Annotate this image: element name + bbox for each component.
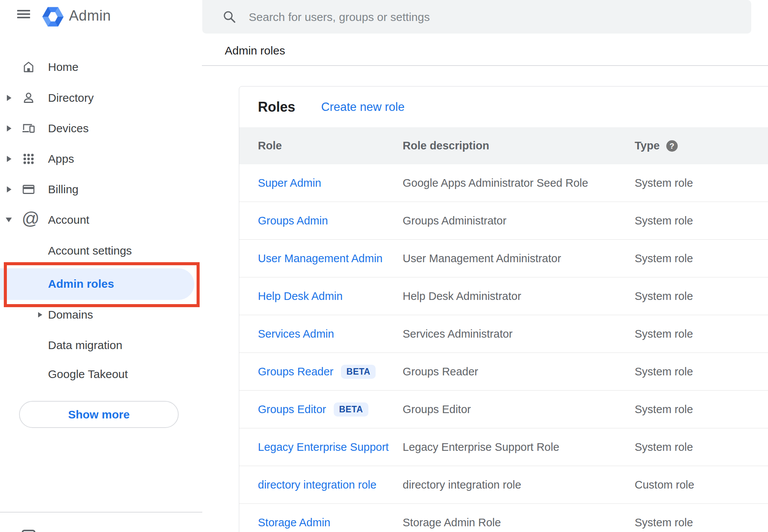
breadcrumb: Admin roles	[225, 44, 285, 57]
person-icon	[22, 91, 35, 105]
role-link[interactable]: Groups Reader	[258, 365, 333, 378]
role-link[interactable]: Storage Admin	[258, 516, 330, 529]
sidebar-item-label: Domains	[48, 308, 93, 321]
roles-panel-header: Roles Create new role	[239, 87, 768, 127]
role-description: Legacy Enterprise Support Role	[403, 441, 635, 453]
sidebar-item-label: Google Takeout	[48, 368, 128, 381]
role-link[interactable]: directory integration role	[258, 479, 376, 491]
sidebar-item-label: Billing	[48, 183, 78, 196]
expand-arrow-icon[interactable]	[38, 312, 42, 317]
sidebar-item-google-takeout[interactable]: Google Takeout	[0, 359, 202, 389]
sidebar-item-label: Admin roles	[48, 277, 114, 290]
sidebar-item-admin-roles[interactable]: Admin roles	[0, 269, 202, 299]
role-type: System role	[635, 215, 693, 227]
sidebar-item-account[interactable]: @ Account	[0, 205, 202, 235]
role-description: Google Apps Administrator Seed Role	[403, 177, 635, 189]
role-type: System role	[635, 516, 693, 529]
column-header-type: Type	[635, 139, 660, 152]
header-divider	[202, 65, 768, 66]
menu-icon[interactable]	[17, 10, 30, 18]
table-row: User Management Admin User Management Ad…	[239, 240, 768, 277]
sidebar-item-label: Devices	[48, 122, 89, 135]
at-sign-icon: @	[22, 213, 35, 227]
role-type: System role	[635, 328, 693, 340]
beta-badge: BETA	[334, 402, 368, 417]
expand-arrow-icon[interactable]	[7, 125, 11, 131]
table-row: Groups Reader BETA Groups Reader System …	[239, 353, 768, 391]
column-header-description: Role description	[403, 139, 489, 152]
expand-arrow-icon[interactable]	[7, 95, 11, 101]
role-type: Custom role	[635, 479, 694, 491]
sidebar-item-billing[interactable]: Billing	[0, 174, 202, 205]
panel-title: Roles	[258, 99, 295, 115]
devices-icon	[22, 122, 35, 135]
app-title: Admin	[69, 8, 111, 24]
table-row: Super Admin Google Apps Administrator Se…	[239, 164, 768, 202]
sidebar-item-label: Home	[48, 61, 78, 74]
sidebar-item-label: Data migration	[48, 339, 122, 352]
table-row: Storage Admin Storage Admin Role System …	[239, 504, 768, 532]
sidebar-item-label: Account settings	[48, 244, 132, 257]
role-type: System role	[635, 365, 693, 378]
sidebar-item-domains[interactable]: Domains	[0, 300, 202, 330]
search-icon	[223, 10, 236, 23]
role-type: System role	[635, 441, 693, 453]
table-row: Help Desk Admin Help Desk Administrator …	[239, 277, 768, 315]
role-description: Help Desk Administrator	[403, 290, 635, 303]
role-link[interactable]: User Management Admin	[258, 252, 382, 265]
role-link[interactable]: Help Desk Admin	[258, 290, 342, 303]
role-link[interactable]: Services Admin	[258, 328, 334, 340]
partially-visible-icon	[22, 530, 35, 532]
table-header-row: Role Role description Type ?	[239, 127, 768, 164]
help-icon[interactable]: ?	[666, 140, 678, 152]
expand-arrow-icon[interactable]	[7, 186, 11, 192]
create-new-role-link[interactable]: Create new role	[321, 100, 405, 114]
table-row: Groups Admin Groups Administrator System…	[239, 202, 768, 240]
role-description: Groups Reader	[403, 365, 635, 378]
beta-badge: BETA	[341, 365, 376, 379]
sidebar-item-directory[interactable]: Directory	[0, 83, 202, 113]
sidebar-item-devices[interactable]: Devices	[0, 113, 202, 144]
sidebar-item-apps[interactable]: Apps	[0, 144, 202, 174]
google-admin-logo-icon	[42, 5, 64, 30]
table-row: Legacy Enterprise Support Legacy Enterpr…	[239, 428, 768, 466]
sidebar-bottom-divider	[0, 512, 202, 513]
role-description: Services Administrator	[403, 328, 635, 340]
table-row: directory integration role directory int…	[239, 466, 768, 504]
role-type: System role	[635, 403, 693, 416]
credit-card-icon	[22, 183, 35, 196]
role-link[interactable]: Legacy Enterprise Support	[258, 441, 389, 453]
role-description: Groups Administrator	[403, 215, 635, 227]
sidebar-item-label: Directory	[48, 91, 94, 104]
expand-arrow-icon[interactable]	[7, 156, 11, 162]
sidebar-item-account-settings[interactable]: Account settings	[0, 236, 202, 266]
role-link[interactable]: Groups Admin	[258, 215, 328, 227]
collapse-arrow-icon[interactable]	[6, 218, 12, 222]
role-description: User Management Administrator	[403, 252, 635, 265]
home-icon	[22, 60, 35, 74]
sidebar-item-home[interactable]: Home	[0, 52, 202, 82]
column-header-role: Role	[258, 139, 282, 152]
role-type: System role	[635, 290, 693, 303]
sidebar-item-label: Account	[48, 213, 89, 226]
role-link[interactable]: Groups Editor	[258, 403, 326, 416]
apps-grid-icon	[22, 152, 35, 166]
search-bar[interactable]	[202, 0, 751, 34]
show-more-button[interactable]: Show more	[19, 401, 179, 428]
role-link[interactable]: Super Admin	[258, 177, 321, 189]
table-row: Services Admin Services Administrator Sy…	[239, 315, 768, 353]
sidebar-item-data-migration[interactable]: Data migration	[0, 330, 202, 361]
role-description: Groups Editor	[403, 403, 635, 416]
role-description: directory integration role	[403, 479, 635, 491]
role-description: Storage Admin Role	[403, 516, 635, 529]
search-input[interactable]	[248, 0, 737, 34]
sidebar-item-label: Apps	[48, 152, 74, 165]
role-type: System role	[635, 177, 693, 189]
role-type: System role	[635, 252, 693, 265]
table-row: Groups Editor BETA Groups Editor System …	[239, 391, 768, 428]
roles-panel: Roles Create new role Role Role descript…	[239, 86, 768, 532]
